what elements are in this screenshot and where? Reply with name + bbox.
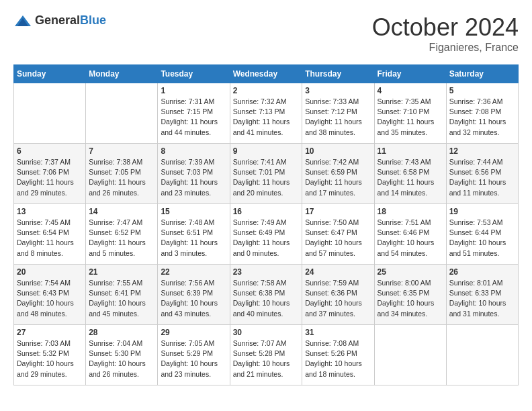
calendar-week-1: 1Sunrise: 7:31 AM Sunset: 7:15 PM Daylig… (14, 83, 519, 144)
day-info: Sunrise: 7:36 AM Sunset: 7:08 PM Dayligh… (449, 97, 515, 138)
day-info: Sunrise: 7:07 AM Sunset: 5:28 PM Dayligh… (233, 338, 300, 379)
day-number: 17 (305, 207, 371, 216)
calendar-week-5: 27Sunrise: 7:03 AM Sunset: 5:32 PM Dayli… (14, 325, 519, 385)
day-info: Sunrise: 7:43 AM Sunset: 6:58 PM Dayligh… (378, 157, 443, 198)
day-info: Sunrise: 7:51 AM Sunset: 6:46 PM Dayligh… (378, 218, 443, 259)
day-info: Sunrise: 7:58 AM Sunset: 6:38 PM Dayligh… (233, 278, 300, 319)
calendar-week-4: 20Sunrise: 7:54 AM Sunset: 6:43 PM Dayli… (14, 265, 519, 325)
day-number: 11 (378, 146, 443, 156)
day-number: 3 (305, 86, 371, 95)
column-header-tuesday: Tuesday (158, 65, 230, 83)
day-number: 7 (89, 146, 154, 156)
calendar-cell: 17Sunrise: 7:50 AM Sunset: 6:47 PM Dayli… (302, 204, 374, 265)
day-number: 29 (161, 328, 226, 337)
day-number: 16 (233, 207, 300, 216)
day-info: Sunrise: 7:56 AM Sunset: 6:39 PM Dayligh… (161, 278, 226, 319)
calendar-cell (446, 325, 518, 385)
column-header-friday: Friday (374, 65, 446, 83)
calendar-cell: 16Sunrise: 7:49 AM Sunset: 6:49 PM Dayli… (230, 204, 302, 265)
day-number: 4 (378, 86, 443, 95)
calendar-cell: 22Sunrise: 7:56 AM Sunset: 6:39 PM Dayli… (158, 265, 230, 325)
column-header-sunday: Sunday (14, 65, 86, 83)
day-number: 22 (161, 267, 226, 277)
day-info: Sunrise: 7:39 AM Sunset: 7:03 PM Dayligh… (161, 157, 226, 198)
day-info: Sunrise: 7:04 AM Sunset: 5:30 PM Dayligh… (89, 338, 154, 379)
day-number: 14 (89, 207, 154, 216)
column-header-wednesday: Wednesday (230, 65, 302, 83)
day-number: 26 (449, 267, 515, 277)
day-number: 9 (233, 146, 300, 156)
month-title: October 2024 (372, 13, 519, 42)
day-info: Sunrise: 7:31 AM Sunset: 7:15 PM Dayligh… (161, 97, 226, 138)
calendar-cell: 11Sunrise: 7:43 AM Sunset: 6:58 PM Dayli… (374, 144, 446, 204)
calendar-cell: 30Sunrise: 7:07 AM Sunset: 5:28 PM Dayli… (230, 325, 302, 385)
calendar-week-3: 13Sunrise: 7:45 AM Sunset: 6:54 PM Dayli… (14, 204, 519, 265)
day-number: 8 (161, 146, 226, 156)
day-info: Sunrise: 7:47 AM Sunset: 6:52 PM Dayligh… (89, 218, 154, 259)
calendar-week-2: 6Sunrise: 7:37 AM Sunset: 7:06 PM Daylig… (14, 144, 519, 204)
calendar-cell (14, 83, 86, 144)
calendar-cell: 23Sunrise: 7:58 AM Sunset: 6:38 PM Dayli… (230, 265, 302, 325)
calendar-cell: 5Sunrise: 7:36 AM Sunset: 7:08 PM Daylig… (446, 83, 518, 144)
day-number: 23 (233, 267, 300, 277)
calendar-cell: 15Sunrise: 7:48 AM Sunset: 6:51 PM Dayli… (158, 204, 230, 265)
calendar-cell: 26Sunrise: 8:01 AM Sunset: 6:33 PM Dayli… (446, 265, 518, 325)
day-number: 19 (449, 207, 515, 216)
day-number: 12 (449, 146, 515, 156)
day-number: 25 (378, 267, 443, 277)
day-info: Sunrise: 7:42 AM Sunset: 6:59 PM Dayligh… (305, 157, 371, 198)
logo-blue: Blue (80, 13, 106, 27)
calendar-cell: 2Sunrise: 7:32 AM Sunset: 7:13 PM Daylig… (230, 83, 302, 144)
day-number: 30 (233, 328, 300, 337)
day-number: 24 (305, 267, 371, 277)
calendar-cell (86, 83, 158, 144)
logo-icon (13, 14, 32, 28)
day-info: Sunrise: 7:35 AM Sunset: 7:10 PM Dayligh… (378, 97, 443, 138)
day-number: 31 (305, 328, 371, 337)
day-info: Sunrise: 7:55 AM Sunset: 6:41 PM Dayligh… (89, 278, 154, 319)
calendar-cell: 21Sunrise: 7:55 AM Sunset: 6:41 PM Dayli… (86, 265, 158, 325)
calendar-cell: 8Sunrise: 7:39 AM Sunset: 7:03 PM Daylig… (158, 144, 230, 204)
day-info: Sunrise: 7:33 AM Sunset: 7:12 PM Dayligh… (305, 97, 371, 138)
calendar-cell: 18Sunrise: 7:51 AM Sunset: 6:46 PM Dayli… (374, 204, 446, 265)
calendar-cell: 10Sunrise: 7:42 AM Sunset: 6:59 PM Dayli… (302, 144, 374, 204)
day-number: 5 (449, 86, 515, 95)
day-number: 28 (89, 328, 154, 337)
day-info: Sunrise: 7:59 AM Sunset: 6:36 PM Dayligh… (305, 278, 371, 319)
calendar-header: SundayMondayTuesdayWednesdayThursdayFrid… (14, 65, 519, 83)
day-info: Sunrise: 7:03 AM Sunset: 5:32 PM Dayligh… (17, 338, 83, 379)
day-info: Sunrise: 7:53 AM Sunset: 6:44 PM Dayligh… (449, 218, 515, 259)
calendar-cell: 20Sunrise: 7:54 AM Sunset: 6:43 PM Dayli… (14, 265, 86, 325)
calendar-cell: 27Sunrise: 7:03 AM Sunset: 5:32 PM Dayli… (14, 325, 86, 385)
calendar-cell: 29Sunrise: 7:05 AM Sunset: 5:29 PM Dayli… (158, 325, 230, 385)
day-info: Sunrise: 7:54 AM Sunset: 6:43 PM Dayligh… (17, 278, 83, 319)
calendar-cell: 24Sunrise: 7:59 AM Sunset: 6:36 PM Dayli… (302, 265, 374, 325)
day-number: 21 (89, 267, 154, 277)
calendar-cell: 19Sunrise: 7:53 AM Sunset: 6:44 PM Dayli… (446, 204, 518, 265)
calendar-cell: 1Sunrise: 7:31 AM Sunset: 7:15 PM Daylig… (158, 83, 230, 144)
calendar-cell: 7Sunrise: 7:38 AM Sunset: 7:05 PM Daylig… (86, 144, 158, 204)
logo-general: General (35, 13, 80, 27)
calendar-cell: 13Sunrise: 7:45 AM Sunset: 6:54 PM Dayli… (14, 204, 86, 265)
day-number: 2 (233, 86, 300, 95)
day-info: Sunrise: 7:05 AM Sunset: 5:29 PM Dayligh… (161, 338, 226, 379)
day-info: Sunrise: 7:32 AM Sunset: 7:13 PM Dayligh… (233, 97, 300, 138)
day-info: Sunrise: 7:48 AM Sunset: 6:51 PM Dayligh… (161, 218, 226, 259)
calendar-cell: 9Sunrise: 7:41 AM Sunset: 7:01 PM Daylig… (230, 144, 302, 204)
calendar-cell: 25Sunrise: 8:00 AM Sunset: 6:35 PM Dayli… (374, 265, 446, 325)
calendar-cell: 12Sunrise: 7:44 AM Sunset: 6:56 PM Dayli… (446, 144, 518, 204)
day-info: Sunrise: 7:50 AM Sunset: 6:47 PM Dayligh… (305, 218, 371, 259)
day-info: Sunrise: 7:38 AM Sunset: 7:05 PM Dayligh… (89, 157, 154, 198)
day-info: Sunrise: 7:44 AM Sunset: 6:56 PM Dayligh… (449, 157, 515, 198)
calendar-cell: 3Sunrise: 7:33 AM Sunset: 7:12 PM Daylig… (302, 83, 374, 144)
day-number: 13 (17, 207, 83, 216)
day-info: Sunrise: 7:37 AM Sunset: 7:06 PM Dayligh… (17, 157, 83, 198)
day-number: 20 (17, 267, 83, 277)
day-number: 10 (305, 146, 371, 156)
logo: GeneralBlue (13, 13, 106, 28)
day-number: 15 (161, 207, 226, 216)
day-info: Sunrise: 7:45 AM Sunset: 6:54 PM Dayligh… (17, 218, 83, 259)
page-header: GeneralBlue October 2024 Figanieres, Fra… (13, 13, 519, 54)
title-block: October 2024 Figanieres, France (372, 13, 519, 54)
calendar-cell: 14Sunrise: 7:47 AM Sunset: 6:52 PM Dayli… (86, 204, 158, 265)
